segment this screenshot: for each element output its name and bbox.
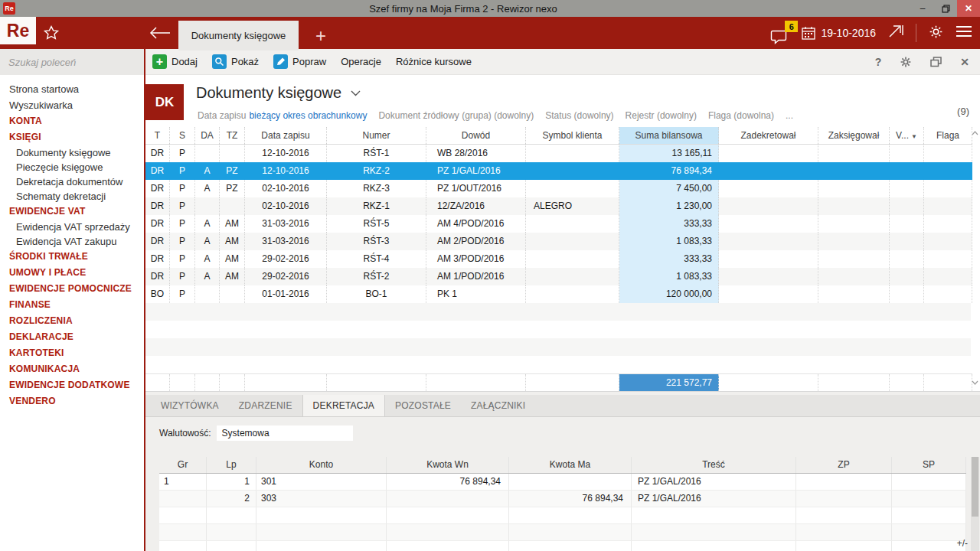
detail-tab-zdarzenie[interactable]: ZDARZENIE (229, 395, 302, 416)
sidebar-item-ewidencja-vat-sprzedaży[interactable]: Ewidencja VAT sprzedaży (0, 220, 144, 234)
filter-item[interactable]: Data zapisubieżący okres obrachunkowy (198, 110, 367, 121)
tab-dokumenty-ksiegowe[interactable]: Dokumenty księgowe (178, 21, 299, 51)
sidebar-item-ewidencje-vat[interactable]: EWIDENCJE VAT (0, 204, 144, 220)
table-row[interactable]: DRPAAM31-03-2016RŚT-3AM 2/POD/20161 083,… (145, 233, 972, 250)
back-button[interactable] (149, 24, 172, 41)
decree-column-header-ma[interactable]: Kwota Ma (509, 457, 632, 473)
column-header-data_zapisu[interactable]: Data zapisu (245, 127, 327, 144)
decree-column-header-lp[interactable]: Lp (207, 457, 256, 473)
table-row[interactable]: BOP01-01-2016BO-1PK 1120 000,00 (145, 285, 972, 303)
decree-row[interactable] (159, 541, 966, 551)
column-header-numer[interactable]: Numer (327, 127, 426, 144)
sidebar-item-vendero[interactable]: VENDERO (0, 393, 144, 409)
sidebar-item-dokumenty-księgowe[interactable]: Dokumenty księgowe (0, 145, 144, 160)
column-header-zadekretowal[interactable]: Zadekretował (719, 127, 818, 144)
add-button[interactable]: +Dodaj (152, 54, 198, 69)
show-button[interactable]: Pokaż (212, 54, 259, 69)
sidebar-item-umowy-i-płace[interactable]: UMOWY I PŁACE (0, 265, 144, 281)
decree-row[interactable] (159, 507, 966, 524)
sidebar-item-dekretacja-dokumentów[interactable]: Dekretacja dokumentów (0, 174, 144, 189)
decree-column-header-sp[interactable]: SP (892, 457, 966, 473)
sidebar-item-deklaracje[interactable]: DEKLARACJE (0, 329, 144, 345)
filter-item[interactable]: Status (dowolny) (545, 110, 613, 121)
sidebar-item-wyszukiwarka[interactable]: Wyszukiwarka (0, 97, 144, 113)
table-row[interactable]: DRP02-10-2016RKZ-112/ZA/2016ALEGRO1 230,… (145, 197, 972, 215)
favorites-button[interactable] (42, 24, 60, 42)
main-menu-button[interactable] (956, 25, 972, 41)
scrollbar-thumb[interactable] (972, 457, 978, 517)
table-row[interactable]: DRPAAM29-02-2016RŚT-2AM 1/POD/20161 083,… (145, 268, 972, 285)
help-button[interactable]: ? (875, 56, 882, 68)
column-header-symbol[interactable]: Symbol klienta (526, 127, 619, 144)
detail-tab-wizytówka[interactable]: WIZYTÓWKA (151, 395, 229, 416)
sidebar-item-finanse[interactable]: FINANSE (0, 297, 144, 313)
table-row[interactable]: DRPAPZ12-10-2016RKZ-2PZ 1/GAL/201676 894… (145, 162, 972, 180)
settings-button[interactable] (928, 24, 944, 43)
minimize-button[interactable]: – (911, 0, 934, 17)
column-header-suma[interactable]: Suma bilansowa (619, 127, 719, 144)
filter-value-link[interactable]: bieżący okres obrachunkowy (249, 110, 367, 121)
column-header-da[interactable]: DA (195, 127, 220, 144)
detail-scrollbar[interactable] (971, 457, 979, 551)
sidebar-item-kartoteki[interactable]: KARTOTEKI (0, 345, 144, 361)
detail-tab-dekretacja[interactable]: DEKRETACJA (302, 395, 385, 416)
app-logo[interactable]: Re (0, 17, 36, 44)
column-dropdown-icon[interactable]: ▼ (911, 133, 917, 140)
filter-item[interactable]: Flaga (dowolna) (708, 110, 774, 121)
close-button[interactable]: ✕ (957, 0, 980, 17)
sidebar-item-rozliczenia[interactable]: ROZLICZENIA (0, 313, 144, 329)
cascade-windows-button[interactable] (930, 57, 942, 67)
date-button[interactable]: 19-10-2016 (802, 27, 876, 40)
sidebar-item-ewidencje-dodatkowe[interactable]: EWIDENCJE DODATKOWE (0, 377, 144, 393)
module-settings-button[interactable] (900, 56, 912, 68)
sidebar-item-komunikacja[interactable]: KOMUNIKACJA (0, 361, 144, 377)
operations-button[interactable]: Operacje (341, 56, 381, 67)
table-row[interactable]: DRPAAM29-02-2016RŚT-4AM 3/POD/2016333,33 (145, 250, 972, 268)
table-row[interactable]: DRPAAM31-03-2016RŚT-5AM 4/POD/2016333,33 (145, 215, 972, 233)
currency-field[interactable]: Systemowa (217, 425, 353, 441)
sidebar-item-księgi[interactable]: KSIĘGI (0, 129, 144, 145)
new-tab-button[interactable]: + (299, 21, 343, 51)
sidebar-item-schematy-dekretacji[interactable]: Schematy dekretacji (0, 189, 144, 204)
column-header-t[interactable]: T (145, 127, 170, 144)
column-header-flaga[interactable]: Flaga (924, 127, 972, 144)
chevron-down-icon[interactable] (351, 90, 361, 96)
filter-item[interactable]: Dokument źródłowy (grupa) (dowolny) (378, 110, 534, 121)
scroll-down-button[interactable] (971, 378, 979, 387)
sidebar-item-ewidencje-pomocnicze[interactable]: EWIDENCJE POMOCNICZE (0, 281, 144, 297)
column-header-v[interactable]: V...▼ (890, 127, 924, 144)
decree-column-header-zp[interactable]: ZP (796, 457, 892, 473)
sidebar-item-strona-startowa[interactable]: Strona startowa (0, 81, 144, 97)
sidebar-item-konta[interactable]: KONTA (0, 113, 144, 129)
decree-column-header-konto[interactable]: Konto (256, 457, 387, 473)
table-row[interactable]: DRP12-10-2016RŚT-1WB 28/201613 165,11 (145, 145, 972, 162)
detail-tab-pozostałe[interactable]: POZOSTAŁE (385, 395, 461, 416)
restore-button[interactable] (934, 0, 957, 17)
decree-column-header-gr[interactable]: Gr (159, 457, 207, 473)
decree-row[interactable]: 230376 894,34PZ 1/GAL/2016 (159, 491, 966, 507)
scroll-up-button[interactable] (971, 129, 979, 138)
sidebar-item-pieczęcie-księgowe[interactable]: Pieczęcie księgowe (0, 160, 144, 174)
quick-launch-button[interactable] (887, 23, 904, 43)
sidebar-item-środki-trwałe[interactable]: ŚRODKI TRWAŁE (0, 249, 144, 265)
decree-row[interactable]: 1130176 894,34PZ 1/GAL/2016 (159, 474, 966, 491)
exchange-differences-button[interactable]: Różnice kursowe (396, 56, 472, 67)
column-header-s[interactable]: S (170, 127, 195, 144)
sidebar-item-ewidencja-vat-zakupu[interactable]: Ewidencja VAT zakupu (0, 234, 144, 249)
search-input[interactable] (8, 57, 143, 68)
filter-item[interactable]: Rejestr (dowolny) (626, 110, 697, 121)
column-header-tz[interactable]: TZ (220, 127, 245, 144)
edit-button[interactable]: Popraw (273, 54, 326, 69)
messages-button[interactable]: 6 (770, 23, 790, 46)
decree-row[interactable] (159, 524, 966, 541)
command-search[interactable] (0, 49, 144, 75)
column-header-dowod[interactable]: Dowód (426, 127, 526, 144)
decree-column-header-tresc[interactable]: Treść (632, 457, 796, 473)
table-row[interactable]: DRPAPZ02-10-2016RKZ-3PZ 1/OUT/20167 450,… (145, 180, 972, 197)
expand-collapse-control[interactable]: +/- (957, 538, 968, 549)
column-header-zaksiegowal[interactable]: Zaksięgował (818, 127, 890, 144)
close-module-button[interactable]: ✕ (960, 56, 969, 68)
detail-tab-załączniki[interactable]: ZAŁĄCZNIKI (461, 395, 535, 416)
filter-item[interactable]: ... (786, 110, 793, 121)
decree-column-header-wn[interactable]: Kwota Wn (387, 457, 509, 473)
